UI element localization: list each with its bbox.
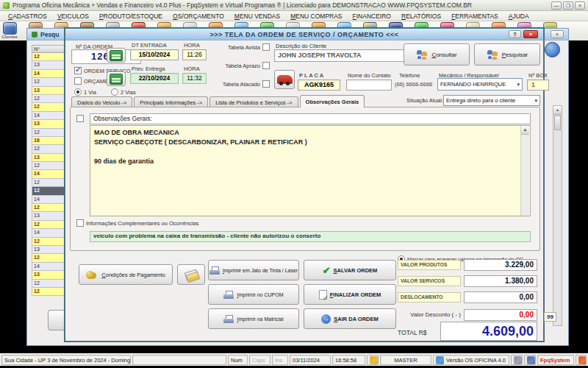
placa-car-button[interactable] [274, 70, 295, 89]
pesquisa-grid-row[interactable]: 12 [32, 187, 67, 195]
observacoes-textarea[interactable]: MAO DE OBRA MECANICA SERVIÇO CABEÇOTE ( … [90, 125, 531, 216]
menu-item-produto-estoque[interactable]: PRODUTO/ESTOQUE [94, 13, 168, 20]
finalizar-ordem-button[interactable]: FINALIZAR ORDEM [304, 284, 396, 305]
pesquisa-grid-row[interactable]: 14 [32, 263, 67, 271]
telefone-label: Telefone [399, 72, 420, 79]
scroll-thumb[interactable] [554, 116, 561, 130]
pesquisa-grid-row[interactable]: 12 [32, 103, 67, 111]
consultar-button[interactable]: Consultar [404, 43, 470, 66]
ocorrencias-field[interactable]: veiculo com problema na caixa de transmi… [90, 231, 531, 242]
pesquisa-scrollbar[interactable]: ▴ [553, 105, 562, 326]
pesquisa-grid-row[interactable]: 13 [32, 154, 67, 162]
imprimir-matricial-button[interactable]: Imprimir na Matricial [208, 308, 299, 329]
pesquisa-grid-row[interactable]: 12 [32, 204, 67, 212]
hora-entrada-label: HORA [184, 42, 200, 49]
cliente-field[interactable]: JOHN JOSEPH TRAVOLTA [274, 49, 424, 62]
close-button[interactable]: × [575, 1, 585, 10]
menu-item-ferramentas[interactable]: FERRAMENTAS [446, 13, 503, 20]
pesquisa-grid-row[interactable]: 13 [32, 246, 67, 254]
info-complementares-checkbox[interactable] [76, 219, 84, 227]
minimize-button[interactable]: — [551, 1, 562, 10]
pesquisa-grid-row[interactable]: 14 [32, 170, 67, 178]
pesquisa-grid-row[interactable]: 13 [32, 87, 67, 95]
box-field[interactable]: 1 [527, 79, 549, 91]
pesquisa-grid-row[interactable]: 14 [32, 196, 67, 204]
pesquisa-grid-row[interactable]: 12 [32, 145, 67, 153]
pesquisar-button[interactable]: Pesquisar [474, 43, 540, 66]
menu-item-menu-compras[interactable]: MENU COMPRAS [285, 13, 347, 20]
menu-item-menu-vendas[interactable]: MENU VENDAS [229, 13, 285, 20]
calendar-entrega-button[interactable] [107, 71, 126, 86]
dialog-help-button[interactable]: ? [509, 30, 521, 38]
situacao-select[interactable]: Entrega direto para o cliente▾ [443, 95, 540, 106]
pesquisa-grid-row[interactable]: 12 [32, 95, 67, 103]
pesquisa-grid-row[interactable]: 12 [32, 280, 67, 288]
status-panel-version-icon: Versão OS OFICINA 4.0 [433, 355, 509, 365]
ordem-servico-checkbox[interactable] [74, 67, 82, 74]
pesquisa-grid-row[interactable]: 14 [32, 229, 67, 237]
dt-entrada-label: DT ENTRADA [132, 42, 167, 49]
tabela-atacado-checkbox[interactable] [262, 80, 270, 88]
placa-field[interactable]: AGK9165 [298, 79, 340, 91]
cartoes-button[interactable] [177, 264, 205, 285]
pesquisa-grid-row[interactable]: 13 [32, 212, 67, 220]
imprimir-cupom-button[interactable]: Imprimir no CUPOM [208, 284, 299, 305]
tabela-avista-checkbox[interactable] [262, 43, 270, 51]
printer-icon [209, 266, 220, 275]
pesquisa-grid-row[interactable]: 12 [32, 129, 67, 137]
pesquisa-grid-row[interactable]: 12 [32, 162, 67, 170]
pesquisa-grid-row[interactable]: 12 [32, 78, 67, 86]
tabela-aprazo-checkbox[interactable] [262, 62, 270, 69]
observacoes-checkbox[interactable] [76, 115, 84, 122]
dialog-titlebar[interactable]: >>> TELA DA ORDEM DE SERVIÇO / ORÇAMENTO… [65, 29, 543, 40]
scroll-up-icon[interactable]: ▴ [553, 106, 562, 115]
menu-item-relat-rios[interactable]: RELATÓRIOS [396, 13, 446, 20]
menu-item-ajuda[interactable]: AJUDA [503, 13, 534, 20]
situacao-value: Entrega direto para o cliente [446, 97, 515, 104]
orcamento-checkbox[interactable] [74, 77, 82, 85]
dt-entrada-field[interactable]: 15/10/2024 [130, 49, 179, 60]
hora-entrada-field[interactable]: 11:26 [182, 49, 207, 60]
pesquisa-grid-row[interactable]: 12 [32, 179, 67, 187]
desconto-label: Valor Desconto ( - ) [398, 311, 461, 318]
pesquisa-grid-row[interactable]: 12 [32, 288, 67, 296]
status-panel-fpq-logo-icon [576, 355, 587, 365]
pesquisa-grid-row[interactable]: 12 [32, 53, 67, 61]
pesquisa-grid-row[interactable]: 13 [32, 120, 67, 128]
sair-ordem-button[interactable]: → SAIR DA ORDEM [304, 308, 396, 329]
printer-icon [223, 315, 234, 323]
maximize-button[interactable]: ❐ [563, 1, 573, 10]
tab-lista-de-produtos-e-servi-os[interactable]: Lista de Produtos e Serviços -> [209, 96, 298, 107]
observacoes-scrollbar[interactable] [520, 126, 529, 216]
pesquisa-grid-row[interactable]: 13 [32, 61, 67, 69]
total-value: 4.609,00 [440, 322, 537, 341]
clientes-tool[interactable]: Clientes [1, 22, 18, 39]
imprimir-jato-button[interactable]: Imprimir em Jato de Tinta / Laser [208, 260, 299, 280]
mecanico-select[interactable]: FERNANDO HENRRIQUE▾ [437, 78, 523, 91]
menu-item-veiculos[interactable]: VEICULOS [52, 13, 94, 20]
pesquisa-grid-row[interactable]: 12 [32, 254, 67, 262]
menu-item-os-or-amento[interactable]: OS/ORÇAMENTO [168, 13, 229, 20]
condicoes-pagamento-button[interactable]: Condições de Pagamento [79, 264, 173, 285]
pesquisar-people-icon [487, 50, 499, 60]
salvar-ordem-button[interactable]: ✔ SALVAR ORDEM [304, 260, 396, 280]
tabela-aprazo-label: Tabela Aprazo [225, 63, 260, 69]
pesquisa-grid-row[interactable]: 14 [32, 112, 67, 120]
pesquisa-close-button[interactable]: × [551, 30, 564, 38]
printer-status-icon [514, 356, 522, 364]
pesquisa-grid-row[interactable]: 12 [32, 221, 67, 229]
menu-item-cadastros[interactable]: CADASTROS [3, 13, 52, 20]
pesquisa-grid-row[interactable]: 16 [32, 137, 67, 145]
tab-observa-es-gerais[interactable]: Observações Gerais [300, 95, 365, 107]
tab-principais-informa-es[interactable]: Principais Informações -> [134, 96, 208, 107]
pesquisa-grid-row[interactable]: 12 [32, 238, 67, 246]
pesquisa-grid-row[interactable]: 13 [32, 271, 67, 279]
prev-entrega-field[interactable]: 22/10/2024 [130, 73, 179, 84]
hora-entrega-field[interactable]: 11:32 [182, 73, 207, 84]
dialog-close-button[interactable]: × [523, 30, 538, 38]
tab-dados-do-veiculo[interactable]: Dados do Veiculo -> [71, 96, 132, 107]
pesquisa-grid-row[interactable]: 14 [32, 70, 67, 78]
calendar-entrada-button[interactable] [107, 48, 126, 63]
menu-item-financeiro[interactable]: FINANCEIRO [348, 13, 396, 20]
contato-field[interactable] [346, 79, 392, 91]
